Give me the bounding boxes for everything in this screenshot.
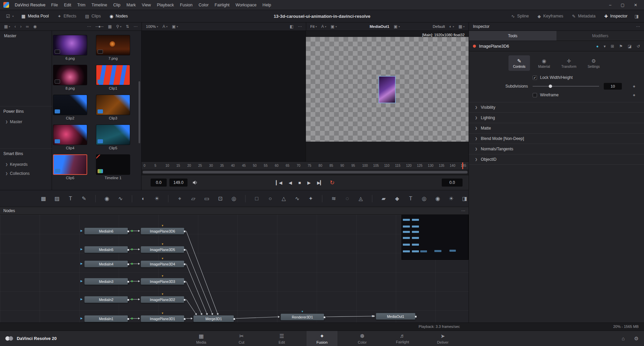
shape-3d-tool-icon[interactable]: ◆	[393, 195, 401, 202]
menu-workspace[interactable]: Workspace	[232, 0, 259, 10]
node-mediain6[interactable]: MediaIn6	[84, 228, 128, 235]
nodes-button[interactable]: ◉Nodes	[105, 10, 132, 22]
effects-button[interactable]: ✦Effects	[53, 10, 81, 22]
search-icon[interactable]: ⚲▾	[116, 24, 121, 29]
clip-item-6-png[interactable]: 6.png	[53, 35, 87, 60]
play-reverse-button[interactable]: ◀	[288, 180, 291, 185]
node-mediaout1[interactable]: MediaOut1	[376, 313, 416, 320]
menu-fairlight[interactable]: Fairlight	[212, 0, 232, 10]
media-pool-scrollbar[interactable]	[139, 81, 140, 143]
node-mediain5[interactable]: MediaIn5	[84, 246, 128, 253]
subtab-material[interactable]: ◉Material	[533, 55, 555, 71]
viewer-menu-icon[interactable]: ⋯	[298, 24, 302, 29]
renderer-3d-tool-icon[interactable]: ◨	[461, 195, 469, 202]
inspector-tab-tools[interactable]: Tools	[469, 31, 556, 41]
visibility-dot-icon[interactable]: ●	[596, 44, 598, 49]
smart-bins-collections[interactable]: ❯ Collections	[5, 171, 30, 176]
clip-item-clip4[interactable]: Clip4	[53, 125, 87, 150]
merge-3d-tool-icon[interactable]: ◎	[420, 195, 428, 202]
image-plane-3d-tool-icon[interactable]: ▰	[380, 195, 387, 202]
more-options-icon[interactable]: ⋯	[87, 24, 91, 29]
node-mediain3[interactable]: MediaIn3	[84, 278, 128, 285]
clips-button[interactable]: ▤Clips	[80, 10, 105, 22]
spline-button[interactable]: ∿Spline	[507, 10, 533, 22]
page-media[interactable]: ▦Media	[186, 331, 217, 346]
ui-layout-toggle-button[interactable]: ☑ ▾	[3, 14, 17, 19]
section-visibility[interactable]: ❯Visibility	[469, 102, 644, 113]
bspline-mask-tool-icon[interactable]: ∿	[293, 195, 301, 202]
node-imageplane3d6[interactable]: ImagePlane3D6	[141, 228, 184, 235]
back-icon[interactable]: ‹	[14, 24, 16, 29]
clip-item-clip5[interactable]: Clip5	[96, 125, 130, 150]
menu-playback[interactable]: Playback	[154, 0, 177, 10]
inspector-node-header[interactable]: ImagePlane3D6 ●▾⊞⚑◪↺	[469, 41, 644, 51]
color-curves-tool-icon[interactable]: ∿	[116, 195, 124, 202]
close-button[interactable]: ✕	[634, 3, 637, 7]
clip-item-8-png[interactable]: 8.png	[53, 65, 87, 90]
section-objectid[interactable]: ❯ObjectID	[469, 154, 644, 165]
timeline-scrollbar[interactable]	[142, 169, 469, 175]
node-graph-minimap[interactable]	[401, 215, 469, 260]
playhead-value-field[interactable]: 0.0	[442, 179, 463, 187]
polygon-mask-tool-icon[interactable]: △	[280, 195, 287, 202]
overlay-tools-icon[interactable]: A▾	[321, 24, 326, 29]
zoom-level-dropdown[interactable]: 100%▾	[146, 24, 158, 29]
node-imageplane3d5[interactable]: ImagePlane3D5	[141, 246, 184, 253]
dual-screen-icon[interactable]: ◨	[632, 14, 641, 19]
resize-tool-icon[interactable]: ▱	[190, 195, 197, 202]
display-mode-icon[interactable]: ▣▾	[172, 24, 178, 29]
timeline-ruler[interactable]: 0510152025303540455055606570758085909510…	[142, 161, 469, 169]
smart-bins-keywords[interactable]: ❯ Keywords	[5, 162, 28, 167]
app-menu[interactable]: DaVinci Resolve	[13, 3, 47, 7]
node-merge3d1[interactable]: Merge3D1	[193, 315, 234, 322]
inspector-options-icon[interactable]: ⋯	[636, 24, 640, 29]
subtab-controls[interactable]: ✎Controls	[508, 55, 530, 71]
bin-root-master[interactable]: Master	[4, 34, 16, 38]
pin-icon[interactable]: ⚑	[619, 44, 623, 49]
subdivisions-value-field[interactable]: 10	[604, 83, 622, 90]
smart-bins-header[interactable]: Smart Bins	[3, 151, 23, 156]
lock-icon[interactable]: ◪	[628, 44, 632, 49]
subtab-transform[interactable]: ✛Transform	[558, 55, 580, 71]
letterbox-tool-icon[interactable]: ▭	[203, 195, 211, 202]
rectangle-mask-tool-icon[interactable]: □	[253, 196, 261, 202]
magic-wand-tool-icon[interactable]: ✦	[307, 195, 315, 202]
section-blend-mode-non-deep[interactable]: ❯Blend Mode [Non-Deep]	[469, 134, 644, 144]
text-plus-tool-icon[interactable]: T	[67, 196, 74, 202]
menu-view[interactable]: View	[139, 0, 154, 10]
menu-color[interactable]: Color	[196, 0, 212, 10]
node-graph[interactable]: MediaIn6ImagePlane3D6MediaIn5ImagePlane3…	[0, 215, 469, 323]
node-imageplane3d4[interactable]: ImagePlane3D4	[141, 260, 184, 267]
clip-item-clip3[interactable]: Clip3	[96, 95, 130, 120]
node-imageplane3d1[interactable]: ImagePlane3D1	[141, 315, 184, 322]
right-viewer[interactable]: [Main]: 1920x1080 float32	[306, 31, 469, 161]
menu-fusion[interactable]: Fusion	[177, 0, 196, 10]
camera-3d-tool-icon[interactable]: ◉	[434, 195, 441, 202]
node-renderer3d1[interactable]: Renderer3D1	[280, 313, 324, 320]
view-source-dropdown[interactable]: MediaOut1	[370, 24, 389, 29]
left-viewer[interactable]	[142, 31, 306, 161]
merge-tool-icon[interactable]: ◎	[230, 195, 237, 202]
crop-tool-icon[interactable]: ⊡	[216, 195, 224, 202]
page-color[interactable]: ☸Color	[347, 331, 378, 346]
nodes-options-icon[interactable]: ⋯	[461, 208, 465, 213]
clip-item-timeline-1[interactable]: Timeline 1	[96, 154, 130, 180]
play-forward-button[interactable]: ▶	[307, 180, 310, 185]
thumbnail-size-icon[interactable]: ─●─	[96, 24, 104, 29]
menu-mark[interactable]: Mark	[123, 0, 139, 10]
forward-icon[interactable]: ›	[20, 24, 21, 29]
bin-link-icon[interactable]: ∞	[26, 24, 29, 29]
media-pool-button[interactable]: ▦Media Pool	[17, 10, 53, 22]
page-edit[interactable]: ☰Edit	[266, 331, 297, 346]
bin-menu-icon[interactable]: ⋯	[133, 24, 138, 29]
loop-button[interactable]: ↻	[330, 179, 334, 186]
paint-tool-icon[interactable]: ✎	[80, 195, 88, 202]
spot-light-tool-icon[interactable]: ☀	[447, 195, 455, 202]
slider-handle[interactable]	[549, 85, 552, 88]
power-bins-header[interactable]: Power Bins	[3, 109, 24, 114]
fast-noise-tool-icon[interactable]: ▨	[53, 195, 61, 202]
display-mode-icon[interactable]: ▣▾	[331, 24, 337, 29]
inspector-button[interactable]: ✚Inspector	[600, 10, 632, 22]
brightness-contrast-tool-icon[interactable]: ◐	[140, 196, 147, 202]
expand-caret-icon[interactable]: ▾	[604, 44, 606, 49]
